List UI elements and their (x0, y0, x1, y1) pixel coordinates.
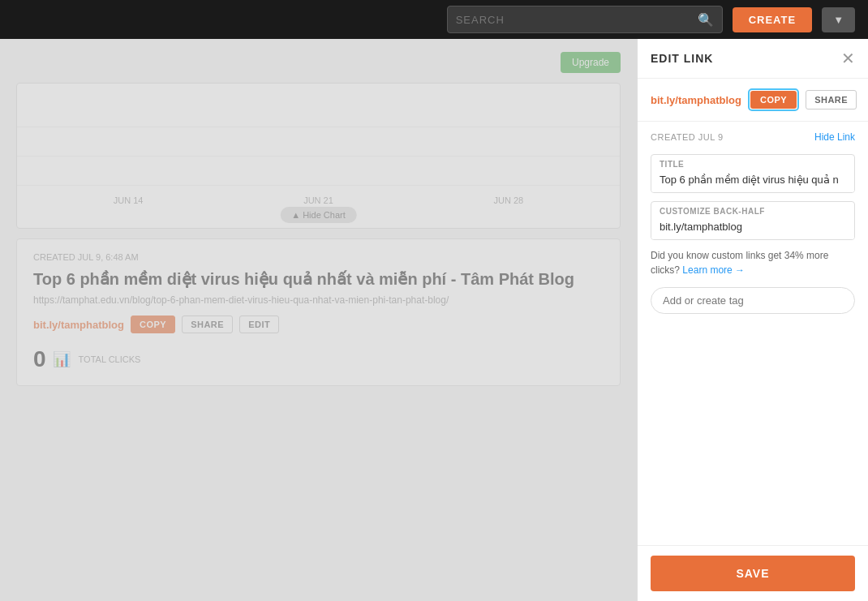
edit-panel-footer: SAVE (638, 545, 868, 601)
learn-more-link[interactable]: Learn more → (682, 264, 745, 276)
axis-label: JUN 14 (114, 195, 144, 205)
edit-copy-button[interactable]: COPY (750, 91, 797, 109)
total-clicks-label: TOTAL CLICKS (79, 354, 141, 364)
link-card: CREATED JUL 9, 6:48 AM Top 6 phần mềm di… (16, 238, 621, 386)
search-icon: 🔍 (698, 12, 714, 28)
create-button[interactable]: CREATE (733, 7, 812, 32)
chart-axis-labels: JUN 14 JUN 21 JUN 28 (17, 195, 620, 205)
axis-label: JUN 21 (303, 195, 333, 205)
total-clicks-number: 0 (33, 346, 46, 372)
link-actions: bit.ly/tamphatblog COPY SHARE EDIT (33, 316, 604, 333)
back-half-label: CUSTOMIZE BACK-HALF (651, 202, 854, 217)
left-panel: Upgrade JUN 14 JUN 21 JUN 28 ▲ Hide Char… (0, 39, 637, 601)
link-meta: CREATED JUL 9, 6:48 AM (33, 252, 604, 262)
edit-created-label: CREATED JUL 9 (651, 132, 724, 142)
nav-extra-button[interactable]: ▼ (822, 7, 855, 32)
title-field-input[interactable] (651, 170, 854, 192)
share-button[interactable]: SHARE (182, 316, 233, 333)
copy-btn-highlight: COPY (748, 88, 799, 111)
chart-grid-line (17, 127, 620, 127)
back-half-input[interactable] (651, 217, 854, 239)
link-title: Top 6 phần mềm diệt virus hiệu quả nhất … (33, 268, 604, 290)
chart-grid-line (17, 156, 620, 157)
search-bar[interactable]: 🔍 (447, 6, 723, 33)
edit-panel-body: CREATED JUL 9 Hide Link TITLE CUSTOMIZE … (638, 122, 868, 545)
edit-panel-header: EDIT LINK ✕ (638, 39, 868, 79)
copy-button[interactable]: COPY (131, 316, 175, 333)
bar-chart-icon: 📊 (53, 350, 71, 368)
edit-panel-title: EDIT LINK (651, 52, 713, 65)
close-button[interactable]: ✕ (841, 50, 855, 67)
upgrade-button[interactable]: Upgrade (561, 52, 621, 73)
edit-link-row: bit.ly/tamphatblog COPY SHARE (638, 79, 868, 122)
tag-input[interactable] (663, 294, 843, 307)
tag-input-container[interactable] (651, 287, 855, 314)
axis-label: JUN 28 (493, 195, 523, 205)
edit-panel: EDIT LINK ✕ bit.ly/tamphatblog COPY SHAR… (637, 39, 868, 601)
search-input[interactable] (456, 14, 698, 26)
edit-share-button[interactable]: SHARE (806, 90, 857, 109)
main-content: Upgrade JUN 14 JUN 21 JUN 28 ▲ Hide Char… (0, 39, 868, 601)
title-field-label: TITLE (651, 155, 854, 170)
hide-chart-button[interactable]: ▲ Hide Chart (280, 207, 357, 223)
link-url: https://tamphat.edu.vn/blog/top-6-phan-m… (33, 294, 604, 306)
edit-button[interactable]: EDIT (239, 316, 279, 333)
title-field-group[interactable]: TITLE (651, 154, 855, 193)
save-button[interactable]: SAVE (651, 556, 855, 591)
top-navigation: 🔍 CREATE ▼ (0, 0, 868, 39)
edit-short-url: bit.ly/tamphatblog (651, 94, 741, 106)
chart-grid-line (17, 185, 620, 186)
edit-meta-row: CREATED JUL 9 Hide Link (651, 131, 855, 143)
chart-area: JUN 14 JUN 21 JUN 28 ▲ Hide Chart (16, 83, 621, 229)
upgrade-bar: Upgrade (16, 52, 621, 73)
back-half-field-group[interactable]: CUSTOMIZE BACK-HALF (651, 201, 855, 240)
promo-text: Did you know custom links get 34% more c… (651, 248, 855, 277)
hide-link-button[interactable]: Hide Link (814, 131, 855, 143)
short-url-link[interactable]: bit.ly/tamphatblog (33, 319, 124, 331)
stats-row: 0 📊 TOTAL CLICKS (33, 346, 604, 372)
